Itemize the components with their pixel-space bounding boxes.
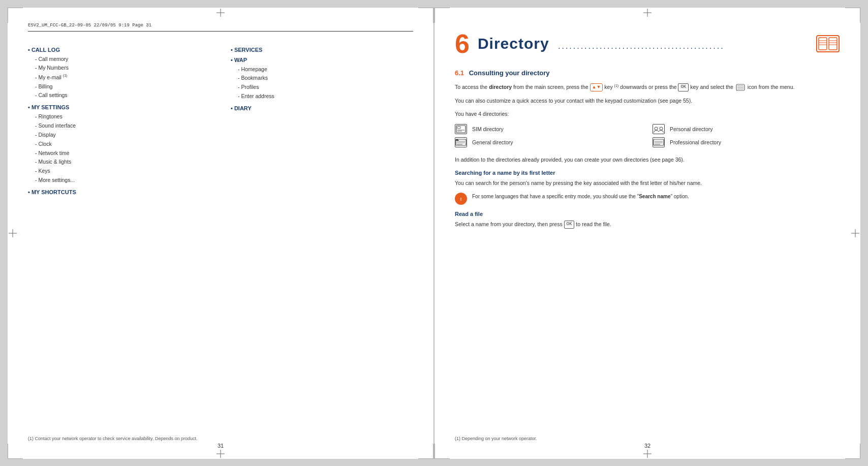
section-title: 6.1 Consulting your directory	[455, 69, 840, 77]
chapter-title: Directory ..............................…	[478, 35, 808, 52]
right-center-mark-top	[643, 9, 652, 17]
note-icon: !	[455, 193, 467, 205]
center-mark-bottom	[216, 450, 225, 458]
section-my-settings-label: MY SETTINGS	[28, 104, 210, 110]
chapter-title-text: Directory	[478, 35, 549, 52]
para-2: You can also customize a quick access to…	[455, 97, 840, 105]
right-corner-br	[845, 444, 860, 459]
svg-rect-2	[829, 38, 837, 50]
left-page-number: 31	[218, 443, 224, 449]
section-services-label: SERVICES	[231, 47, 413, 53]
section-wap-label: WAP	[231, 57, 413, 63]
ok-key-2: OK	[564, 221, 575, 229]
item-bookmarks: Bookmarks	[231, 74, 413, 83]
personal-dir-icon	[653, 124, 665, 134]
section-diary: DIARY	[231, 105, 413, 111]
left-col1: CALL LOG Call memory My Numbers My e-mai…	[28, 47, 210, 199]
subsection-search-label: Searching for a name by its first letter	[455, 170, 555, 176]
item-network-time: Network time	[28, 149, 210, 158]
item-more-settings: More settings...	[28, 176, 210, 185]
item-call-memory: Call memory	[28, 55, 210, 64]
svg-rect-1	[819, 38, 827, 50]
svg-text:!: !	[460, 197, 462, 202]
center-mark-top	[216, 9, 225, 17]
item-clock: Clock	[28, 140, 210, 149]
section-my-settings: MY SETTINGS Ringtones Sound interface Di…	[28, 104, 210, 185]
dir-personal: Personal directory	[653, 124, 840, 134]
left-content: CALL LOG Call memory My Numbers My e-mai…	[28, 42, 413, 199]
note-text: For some languages that have a specific …	[472, 193, 689, 200]
note-box: ! For some languages that have a specifi…	[455, 193, 840, 205]
right-center-mark-bottom	[643, 450, 652, 458]
svg-rect-14	[457, 127, 460, 129]
directory-book-icon	[816, 34, 840, 54]
professional-dir-label: Professional directory	[670, 139, 721, 145]
item-billing: Billing	[28, 82, 210, 91]
item-my-email: My e-mail (1)	[28, 73, 210, 82]
svg-point-18	[660, 127, 663, 130]
item-music-lights: Music & lights	[28, 158, 210, 167]
professional-dir-icon	[653, 137, 665, 147]
svg-point-17	[655, 127, 658, 130]
sim-dir-label: SIM directory	[472, 126, 504, 132]
item-homepage: Homepage	[231, 65, 413, 74]
para-3: You have 4 directories:	[455, 110, 840, 118]
subsection-search-text: You can search for the person's name by …	[455, 179, 840, 187]
section-my-shortcuts: MY SHORTCUTS	[28, 189, 210, 195]
item-keys: Keys	[28, 167, 210, 176]
subsection-search-title: Searching for a name by its first letter	[455, 170, 840, 176]
corner-bl	[8, 444, 23, 459]
item-ringtones: Ringtones	[28, 112, 210, 121]
corner-br	[418, 444, 433, 459]
subsection-read-text: Select a name from your directory, then …	[455, 220, 840, 229]
section-wap: WAP Homepage Bookmarks Profiles Enter ad…	[231, 57, 413, 101]
corner-tr	[418, 8, 433, 23]
right-cross	[851, 229, 859, 237]
left-footnote: (1) Contact your network operator to che…	[28, 436, 413, 441]
section-call-log-label: CALL LOG	[28, 47, 210, 53]
right-corner-bl	[435, 444, 450, 459]
svg-rect-0	[817, 36, 839, 52]
right-corner-tl	[435, 8, 450, 23]
section-call-log: CALL LOG Call memory My Numbers My e-mai…	[28, 47, 210, 101]
item-display: Display	[28, 131, 210, 140]
dir-general: General directory	[455, 137, 642, 147]
subsection-read-title: Read a file	[455, 211, 840, 217]
left-page-header: E5V2_UM_FCC-GB_22-09-05 22/09/05 9:19 Pa…	[28, 23, 413, 32]
subsection-read-label: Read a file	[455, 211, 483, 217]
right-page-content: 6 Directory ............................…	[455, 23, 840, 229]
left-cross	[9, 229, 17, 237]
right-page-number: 32	[644, 443, 650, 449]
corner-tl	[8, 8, 23, 23]
item-profiles: Profiles	[231, 83, 413, 92]
personal-dir-label: Personal directory	[670, 126, 713, 132]
right-footnote: (1) Depending on your network operator.	[455, 436, 840, 441]
right-corner-tr	[845, 8, 860, 23]
ok-key: OK	[678, 83, 689, 91]
section-diary-label: DIARY	[231, 105, 413, 111]
sim-dir-icon	[455, 124, 467, 134]
nav-key-icon: ▲▼	[590, 83, 603, 91]
additional-text: In addition to the directories already p…	[455, 156, 840, 164]
left-col2: SERVICES WAP Homepage Bookmarks Profiles…	[231, 47, 413, 199]
section-services: SERVICES	[231, 47, 413, 53]
dir-sim: SIM directory	[455, 124, 642, 134]
menu-icon	[736, 84, 745, 91]
chapter-number: 6	[455, 30, 470, 57]
chapter-dots: ........................................…	[558, 42, 725, 50]
section-my-shortcuts-label: MY SHORTCUTS	[28, 189, 210, 195]
right-page: 6 Directory ............................…	[434, 7, 861, 459]
para-1: To access the directory from the main sc…	[455, 83, 840, 91]
left-page: E5V2_UM_FCC-GB_22-09-05 22/09/05 9:19 Pa…	[7, 7, 434, 459]
item-sound-interface: Sound interface	[28, 121, 210, 131]
section-number: 6.1	[455, 69, 464, 77]
section-label: Consulting your directory	[469, 69, 550, 77]
general-dir-icon	[455, 137, 467, 147]
book-spread: E5V2_UM_FCC-GB_22-09-05 22/09/05 9:19 Pa…	[7, 7, 861, 459]
item-my-numbers: My Numbers	[28, 64, 210, 73]
chapter-header: 6 Directory ............................…	[455, 30, 840, 59]
item-enter-address: Enter address	[231, 92, 413, 101]
general-dir-label: General directory	[472, 139, 513, 145]
directories-grid: SIM directory Personal directory	[455, 124, 840, 147]
dir-professional: Professional directory	[653, 137, 840, 147]
